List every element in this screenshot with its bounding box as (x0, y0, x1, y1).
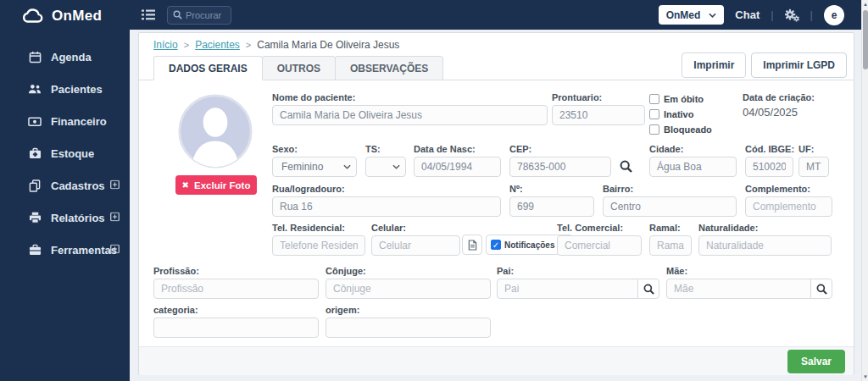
tel-comercial-input[interactable] (557, 235, 642, 256)
sidebar-item-label: Relatórios (51, 212, 105, 224)
cep-search-button[interactable] (620, 160, 632, 173)
bairro-label: Bairro: (603, 184, 737, 194)
naturalidade-label: Naturalidade: (698, 223, 832, 233)
sidebar-item-pacientes[interactable]: Pacientes (0, 73, 130, 105)
pai-label: Pai: (497, 266, 659, 276)
bairro-input[interactable] (603, 196, 737, 217)
checkbox-bloqueado[interactable] (649, 124, 659, 135)
sidebar-item-relatorios[interactable]: Relatórios (0, 202, 130, 234)
data-nasc-input[interactable] (414, 157, 501, 177)
flag-em-obito[interactable]: Em óbito (649, 94, 712, 104)
field-ramal: Ramal: (649, 223, 692, 256)
printer-icon (28, 211, 42, 224)
sidebar-item-label: Financeiro (51, 115, 107, 128)
medkit-icon (28, 146, 42, 160)
categoria-input[interactable] (153, 318, 319, 338)
tab-observacoes[interactable]: OBSERVAÇÕES (335, 56, 443, 80)
field-conjuge: Cônjuge: (326, 266, 491, 299)
app-window: OnMed Agenda Pacientes Financeiro Estoqu… (0, 0, 868, 381)
expand-plus-icon[interactable] (110, 179, 120, 192)
search-input[interactable] (186, 10, 225, 20)
origem-input[interactable] (326, 318, 491, 338)
field-data-nasc: Data de Nasc: (414, 144, 501, 177)
checkbox-inativo[interactable] (649, 109, 659, 119)
flag-bloqueado[interactable]: Bloqueado (649, 124, 712, 135)
uf-input[interactable] (798, 157, 829, 177)
sidebar-item-estoque[interactable]: Estoque (0, 137, 130, 169)
tab-dados-gerais[interactable]: DADOS GERAIS (153, 56, 263, 80)
sidebar-item-label: Ferramentas (51, 244, 117, 257)
document-icon (468, 240, 477, 251)
global-search[interactable] (167, 6, 231, 25)
celular-notes-button[interactable] (462, 235, 482, 255)
sidebar-item-ferramentas[interactable]: Ferramentas (0, 234, 130, 266)
salvar-button[interactable]: Salvar (787, 350, 845, 373)
ramal-label: Ramal: (649, 223, 692, 233)
imprimir-lgpd-button[interactable]: Imprimir LGPD (751, 52, 847, 78)
mae-search-button[interactable] (810, 279, 832, 299)
checkbox-notificacoes[interactable]: ✓ (491, 240, 501, 250)
tab-outros[interactable]: OUTROS (262, 56, 336, 80)
field-uf: UF: (798, 144, 829, 177)
scrollbar-thumb[interactable] (863, 10, 868, 69)
field-nome: Nome do paciente: (272, 92, 548, 125)
topbar-separator: | (771, 8, 773, 21)
naturalidade-input[interactable] (698, 235, 832, 256)
cep-input[interactable] (509, 157, 611, 177)
ts-select[interactable] (365, 157, 406, 177)
field-data-criacao: Data de criação: 04/05/2025 (743, 92, 849, 119)
flag-label: Bloqueado (664, 124, 712, 135)
tel-residencial-input[interactable] (272, 235, 365, 256)
user-avatar[interactable]: e (824, 5, 844, 25)
field-pai: Pai: (497, 266, 659, 299)
field-numero: Nº: (509, 184, 594, 217)
chevron-down-icon (392, 164, 400, 169)
expand-plus-icon[interactable] (110, 244, 120, 257)
chat-link[interactable]: Chat (735, 8, 760, 21)
checkbox-em-obito[interactable] (649, 94, 659, 104)
nome-label: Nome do paciente: (272, 92, 548, 102)
field-origem: origem: (326, 305, 491, 338)
mae-input[interactable] (666, 279, 811, 299)
pai-input[interactable] (497, 279, 638, 299)
tel-residencial-label: Tel. Residencial: (272, 223, 365, 233)
scroll-down-icon[interactable]: ▼ (862, 374, 868, 379)
unit-dropdown-value: OnMed (666, 9, 701, 21)
pai-search-button[interactable] (637, 279, 659, 299)
celular-input[interactable] (371, 235, 460, 256)
breadcrumb-home-link[interactable]: Início (153, 39, 178, 51)
ramal-input[interactable] (649, 235, 692, 256)
briefcase-icon (28, 243, 42, 257)
scroll-up-icon[interactable]: ▲ (862, 2, 868, 7)
unit-dropdown[interactable]: OnMed (659, 5, 725, 25)
imprimir-button[interactable]: Imprimir (682, 52, 746, 78)
scrollbar[interactable]: ▲ ▼ (861, 0, 868, 381)
cidade-input[interactable] (649, 157, 737, 177)
profissao-input[interactable] (153, 279, 319, 299)
flag-inativo[interactable]: Inativo (649, 109, 712, 119)
nome-input[interactable] (272, 105, 548, 125)
ibge-input[interactable] (745, 157, 793, 177)
brand-logo[interactable]: OnMed (0, 0, 130, 32)
sexo-select[interactable]: Feminino (272, 157, 357, 177)
sidebar-item-financeiro[interactable]: Financeiro (0, 105, 130, 137)
menu-toggle-icon[interactable] (142, 9, 155, 20)
expand-plus-icon[interactable] (110, 212, 120, 224)
field-bairro: Bairro: (603, 184, 737, 217)
rua-input[interactable] (272, 196, 501, 217)
gears-icon[interactable] (785, 8, 799, 22)
calendar-icon (28, 50, 42, 64)
data-criacao-label: Data de criação: (743, 92, 849, 102)
conjuge-input[interactable] (326, 279, 491, 299)
data-criacao-value: 04/05/2025 (743, 106, 849, 119)
excluir-foto-button[interactable]: ✖ Excluir Foto (175, 175, 257, 195)
sidebar-item-agenda[interactable]: Agenda (0, 41, 130, 73)
numero-input[interactable] (509, 196, 594, 217)
breadcrumb-pacientes-link[interactable]: Pacientes (195, 39, 240, 51)
complemento-input[interactable] (745, 196, 832, 217)
prontuario-input[interactable] (552, 105, 645, 125)
money-icon (28, 114, 42, 128)
sidebar-item-cadastros[interactable]: Cadastros (0, 169, 130, 202)
complemento-label: Complemento: (745, 184, 832, 194)
users-icon (28, 82, 42, 96)
